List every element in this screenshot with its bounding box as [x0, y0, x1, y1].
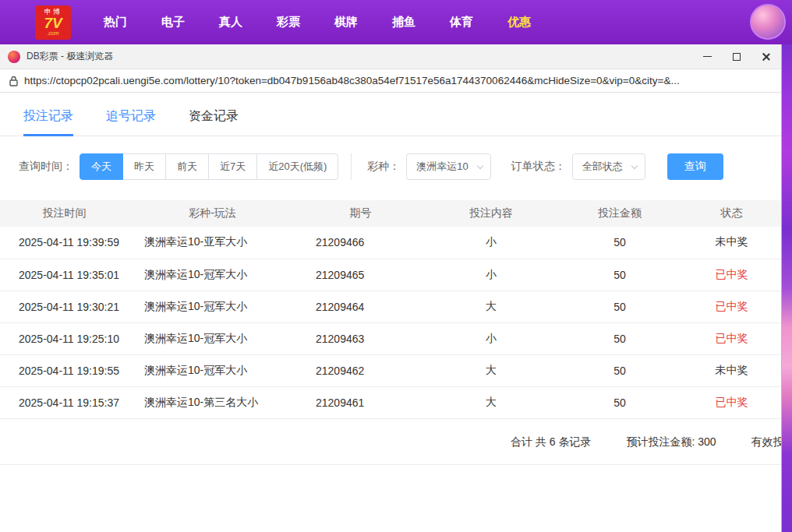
tab-bet-records[interactable]: 投注记录 [23, 108, 73, 136]
cell-issue: 21209466 [296, 227, 425, 259]
maximize-icon [733, 53, 741, 61]
nav-item-fishing[interactable]: 捕鱼 [375, 7, 433, 37]
cell-amount: 50 [557, 322, 682, 354]
nav-item-hot[interactable]: 热门 [87, 7, 144, 37]
window-controls [692, 44, 781, 69]
time-filter-today[interactable]: 今天 [80, 153, 123, 180]
status-badge: 未中奖 [682, 354, 781, 386]
cell-content: 大 [425, 386, 557, 418]
table-summary: 合计 共 6 条记录 预计投注金额: 300 有效投注金 [0, 419, 781, 465]
bet-records-table: 投注时间 彩种-玩法 期号 投注内容 投注金额 状态 2025-04-11 19… [0, 200, 781, 419]
cell-amount: 50 [557, 259, 682, 291]
chevron-down-icon [477, 163, 483, 169]
search-button[interactable]: 查询 [667, 153, 723, 180]
logo-text-suffix: .com [47, 30, 58, 36]
chevron-down-icon [631, 163, 638, 169]
col-header-bet-content: 投注内容 [425, 200, 557, 227]
time-filter-7days[interactable]: 近7天 [208, 153, 257, 180]
cell-bet-time: 2025-04-11 19:25:10 [0, 322, 129, 354]
cell-content: 大 [425, 291, 557, 322]
filter-divider [351, 153, 352, 180]
time-filter-day-before[interactable]: 前天 [165, 153, 209, 180]
col-header-status: 状态 [682, 200, 781, 227]
time-filter-group: 今天 昨天 前天 近7天 近20天(低频) [80, 153, 338, 180]
site-top-nav: 申博 7V .com 热门 电子 真人 彩票 棋牌 捕鱼 体育 优惠 [0, 0, 792, 44]
col-header-bet-time: 投注时间 [0, 200, 129, 227]
cell-content: 小 [425, 227, 557, 259]
table-header-row: 投注时间 彩种-玩法 期号 投注内容 投注金额 状态 [0, 200, 781, 227]
col-header-issue: 期号 [296, 200, 425, 227]
site-logo[interactable]: 申博 7V .com [35, 5, 71, 40]
cell-bet-time: 2025-04-11 19:35:01 [0, 259, 129, 291]
window-titlebar[interactable]: DB彩票 - 极速浏览器 [0, 44, 781, 69]
table-row: 2025-04-11 19:15:37 澳洲幸运10-第三名大小 2120946… [0, 386, 781, 418]
nav-item-slots[interactable]: 电子 [144, 7, 202, 37]
table-row: 2025-04-11 19:25:10 澳洲幸运10-冠军大小 21209463… [0, 322, 781, 354]
cell-amount: 50 [557, 291, 682, 322]
cell-game: 澳洲幸运10-冠军大小 [129, 291, 296, 322]
cell-content: 小 [425, 322, 557, 354]
cell-game: 澳洲幸运10-第三名大小 [129, 386, 296, 418]
table-row: 2025-04-11 19:30:21 澳洲幸运10-冠军大小 21209464… [0, 291, 781, 322]
cell-amount: 50 [557, 386, 682, 418]
status-badge: 已中奖 [682, 322, 781, 354]
record-tabs: 投注记录 追号记录 资金记录 [0, 93, 781, 136]
cell-game: 澳洲幸运10-亚军大小 [129, 227, 296, 259]
minimize-button[interactable] [692, 44, 722, 69]
time-filter-label: 查询时间： [19, 160, 73, 174]
cell-game: 澳洲幸运10-冠军大小 [129, 322, 296, 354]
top-nav-items: 热门 电子 真人 彩票 棋牌 捕鱼 体育 优惠 [87, 7, 548, 37]
summary-expected-amount: 预计投注金额: 300 [626, 435, 716, 449]
table-row: 2025-04-11 19:19:55 澳洲幸运10-冠军大小 21209462… [0, 354, 781, 386]
cell-issue: 21209463 [296, 322, 425, 354]
lottery-filter-label: 彩种： [367, 160, 400, 174]
browser-window: DB彩票 - 极速浏览器 https://ctopcp02pcali.uengi… [0, 44, 781, 532]
nav-item-lottery[interactable]: 彩票 [260, 7, 317, 37]
page-content: 投注记录 追号记录 资金记录 查询时间： 今天 昨天 前天 近7天 近20天(低… [0, 93, 781, 530]
lock-icon [9, 76, 18, 86]
status-badge: 已中奖 [682, 386, 781, 418]
tab-fund-records[interactable]: 资金记录 [189, 108, 239, 136]
nav-item-live[interactable]: 真人 [202, 7, 260, 37]
nav-item-promo[interactable]: 优惠 [490, 7, 548, 37]
site-favicon-icon [8, 51, 20, 63]
time-filter-20days[interactable]: 近20天(低频) [256, 153, 338, 180]
nav-item-sports[interactable]: 体育 [433, 7, 490, 37]
lottery-select[interactable]: 澳洲幸运10 [406, 153, 490, 180]
table-row: 2025-04-11 19:35:01 澳洲幸运10-冠军大小 21209465… [0, 259, 781, 291]
address-bar[interactable]: https://ctopcp02pcali.uengi5e.com/lotter… [0, 69, 781, 93]
cell-content: 小 [425, 259, 557, 291]
tab-chase-records[interactable]: 追号记录 [106, 108, 156, 136]
cell-bet-time: 2025-04-11 19:39:59 [0, 227, 129, 259]
col-header-bet-amount: 投注金额 [557, 200, 682, 227]
logo-text-main: 7V [44, 16, 62, 30]
user-avatar[interactable] [750, 4, 786, 40]
minimize-icon [703, 56, 712, 57]
filter-bar: 查询时间： 今天 昨天 前天 近7天 近20天(低频) 彩种： 澳洲幸运10 订… [19, 153, 781, 180]
cell-amount: 50 [557, 354, 682, 386]
url-text[interactable]: https://ctopcp02pcali.uengi5e.com/lotter… [24, 75, 680, 86]
order-status-value: 全部状态 [582, 160, 623, 172]
cell-game: 澳洲幸运10-冠军大小 [129, 259, 296, 291]
cell-issue: 21209461 [296, 386, 425, 418]
lottery-select-value: 澳洲幸运10 [416, 160, 468, 172]
maximize-button[interactable] [722, 44, 751, 69]
status-filter-label: 订单状态： [511, 160, 566, 174]
status-badge: 已中奖 [682, 259, 781, 291]
cell-bet-time: 2025-04-11 19:15:37 [0, 386, 129, 418]
status-badge: 已中奖 [682, 291, 781, 322]
summary-total-count: 合计 共 6 条记录 [511, 435, 591, 449]
time-filter-yesterday[interactable]: 昨天 [122, 153, 166, 180]
cell-issue: 21209464 [296, 291, 425, 322]
close-icon [762, 52, 771, 62]
nav-item-cards[interactable]: 棋牌 [317, 7, 375, 37]
summary-valid-amount: 有效投注金 [751, 435, 781, 449]
status-badge: 未中奖 [682, 227, 781, 259]
cell-issue: 21209462 [296, 354, 425, 386]
window-title: DB彩票 - 极速浏览器 [27, 50, 692, 63]
col-header-game: 彩种-玩法 [129, 200, 296, 227]
background-page-strip [780, 44, 792, 532]
cell-bet-time: 2025-04-11 19:19:55 [0, 354, 129, 386]
order-status-select[interactable]: 全部状态 [572, 153, 645, 180]
close-button[interactable] [751, 44, 781, 69]
